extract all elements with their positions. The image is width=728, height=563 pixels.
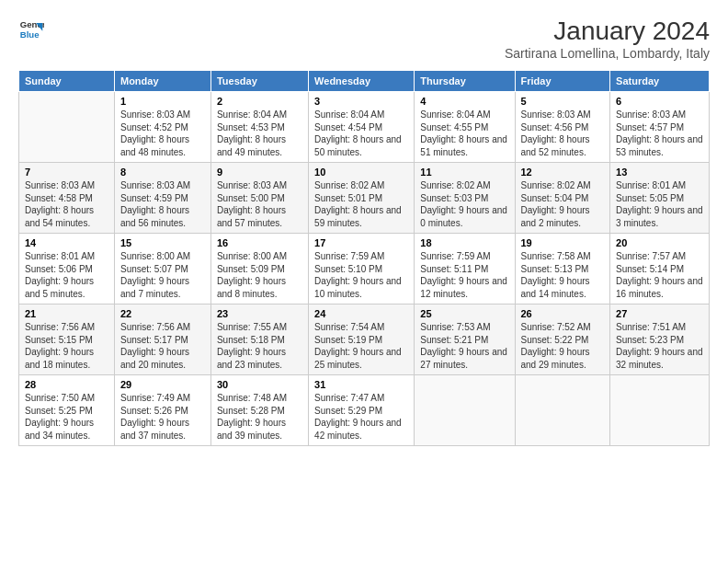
day-cell: 21Sunrise: 7:56 AMSunset: 5:15 PMDayligh…: [19, 304, 115, 375]
week-row-5: 28Sunrise: 7:50 AMSunset: 5:25 PMDayligh…: [19, 375, 710, 446]
day-number: 18: [420, 237, 508, 248]
day-cell: 13Sunrise: 8:01 AMSunset: 5:05 PMDayligh…: [610, 163, 710, 234]
day-info: Sunrise: 7:53 AMSunset: 5:21 PMDaylight:…: [420, 321, 508, 371]
day-info: Sunrise: 7:51 AMSunset: 5:23 PMDaylight:…: [616, 321, 703, 371]
day-info: Sunrise: 7:56 AMSunset: 5:17 PMDaylight:…: [120, 321, 205, 371]
day-number: 4: [420, 96, 508, 107]
day-info: Sunrise: 8:04 AMSunset: 4:55 PMDaylight:…: [420, 109, 508, 158]
weekday-header-wednesday: Wednesday: [309, 71, 415, 92]
day-info: Sunrise: 8:02 AMSunset: 5:04 PMDaylight:…: [521, 179, 605, 229]
subtitle: Sartirana Lomellina, Lombardy, Italy: [505, 46, 710, 61]
day-cell: 31Sunrise: 7:47 AMSunset: 5:29 PMDayligh…: [309, 375, 415, 446]
day-info: Sunrise: 7:54 AMSunset: 5:19 PMDaylight:…: [314, 321, 408, 371]
week-row-1: 1Sunrise: 8:03 AMSunset: 4:52 PMDaylight…: [19, 92, 710, 163]
day-info: Sunrise: 8:00 AMSunset: 5:07 PMDaylight:…: [120, 250, 205, 300]
day-info: Sunrise: 8:01 AMSunset: 5:05 PMDaylight:…: [616, 179, 703, 229]
day-number: 27: [616, 308, 703, 319]
day-info: Sunrise: 7:47 AMSunset: 5:29 PMDaylight:…: [314, 392, 408, 442]
day-cell: 18Sunrise: 7:59 AMSunset: 5:11 PMDayligh…: [415, 234, 515, 304]
day-cell: 16Sunrise: 8:00 AMSunset: 5:09 PMDayligh…: [210, 234, 308, 304]
day-info: Sunrise: 7:50 AMSunset: 5:25 PMDaylight:…: [25, 392, 108, 442]
day-number: 24: [314, 308, 408, 319]
day-info: Sunrise: 7:59 AMSunset: 5:10 PMDaylight:…: [314, 250, 408, 300]
day-number: 10: [314, 167, 408, 178]
day-cell: 25Sunrise: 7:53 AMSunset: 5:21 PMDayligh…: [415, 304, 515, 375]
day-cell: 15Sunrise: 8:00 AMSunset: 5:07 PMDayligh…: [114, 234, 210, 304]
day-info: Sunrise: 7:48 AMSunset: 5:28 PMDaylight:…: [217, 392, 302, 442]
day-number: 6: [616, 96, 703, 107]
week-row-4: 21Sunrise: 7:56 AMSunset: 5:15 PMDayligh…: [19, 304, 710, 375]
day-number: 21: [25, 308, 108, 319]
day-cell: 8Sunrise: 8:03 AMSunset: 4:59 PMDaylight…: [114, 163, 210, 234]
day-cell: 29Sunrise: 7:49 AMSunset: 5:26 PMDayligh…: [114, 375, 210, 446]
weekday-header-monday: Monday: [114, 71, 210, 92]
day-cell: 7Sunrise: 8:03 AMSunset: 4:58 PMDaylight…: [19, 163, 115, 234]
weekday-header-saturday: Saturday: [610, 71, 710, 92]
day-cell: 30Sunrise: 7:48 AMSunset: 5:28 PMDayligh…: [210, 375, 308, 446]
day-info: Sunrise: 8:04 AMSunset: 4:53 PMDaylight:…: [217, 109, 302, 158]
day-info: Sunrise: 7:58 AMSunset: 5:13 PMDaylight:…: [521, 250, 605, 300]
day-cell: 14Sunrise: 8:01 AMSunset: 5:06 PMDayligh…: [19, 234, 115, 304]
weekday-header-row: SundayMondayTuesdayWednesdayThursdayFrid…: [19, 71, 710, 92]
day-info: Sunrise: 8:03 AMSunset: 4:58 PMDaylight:…: [25, 179, 108, 229]
day-cell: 9Sunrise: 8:03 AMSunset: 5:00 PMDaylight…: [210, 163, 308, 234]
day-info: Sunrise: 8:03 AMSunset: 4:57 PMDaylight:…: [616, 109, 703, 158]
day-cell: 5Sunrise: 8:03 AMSunset: 4:56 PMDaylight…: [515, 92, 610, 163]
day-number: 2: [217, 96, 302, 107]
day-info: Sunrise: 7:55 AMSunset: 5:18 PMDaylight:…: [217, 321, 302, 371]
day-info: Sunrise: 7:59 AMSunset: 5:11 PMDaylight:…: [420, 250, 508, 300]
day-cell: 19Sunrise: 7:58 AMSunset: 5:13 PMDayligh…: [515, 234, 610, 304]
calendar-page: General Blue January 2024 Sartirana Lome…: [0, 0, 728, 563]
day-info: Sunrise: 8:03 AMSunset: 5:00 PMDaylight:…: [217, 179, 302, 229]
day-cell: 28Sunrise: 7:50 AMSunset: 5:25 PMDayligh…: [19, 375, 115, 446]
day-cell: 22Sunrise: 7:56 AMSunset: 5:17 PMDayligh…: [114, 304, 210, 375]
day-number: 8: [120, 167, 205, 178]
day-number: 28: [25, 379, 108, 390]
day-cell: [19, 92, 115, 163]
day-cell: [415, 375, 515, 446]
day-info: Sunrise: 8:02 AMSunset: 5:01 PMDaylight:…: [314, 179, 408, 229]
day-cell: 17Sunrise: 7:59 AMSunset: 5:10 PMDayligh…: [309, 234, 415, 304]
week-row-2: 7Sunrise: 8:03 AMSunset: 4:58 PMDaylight…: [19, 163, 710, 234]
day-info: Sunrise: 8:03 AMSunset: 4:56 PMDaylight:…: [521, 109, 605, 158]
day-number: 15: [120, 237, 205, 248]
week-row-3: 14Sunrise: 8:01 AMSunset: 5:06 PMDayligh…: [19, 234, 710, 304]
day-cell: [610, 375, 710, 446]
day-number: 30: [217, 379, 302, 390]
day-cell: 24Sunrise: 7:54 AMSunset: 5:19 PMDayligh…: [309, 304, 415, 375]
day-info: Sunrise: 8:00 AMSunset: 5:09 PMDaylight:…: [217, 250, 302, 300]
day-cell: 27Sunrise: 7:51 AMSunset: 5:23 PMDayligh…: [610, 304, 710, 375]
calendar-table: SundayMondayTuesdayWednesdayThursdayFrid…: [18, 70, 710, 446]
day-cell: 10Sunrise: 8:02 AMSunset: 5:01 PMDayligh…: [309, 163, 415, 234]
weekday-header-friday: Friday: [515, 71, 610, 92]
day-cell: 6Sunrise: 8:03 AMSunset: 4:57 PMDaylight…: [610, 92, 710, 163]
day-info: Sunrise: 7:57 AMSunset: 5:14 PMDaylight:…: [616, 250, 703, 300]
day-info: Sunrise: 8:03 AMSunset: 4:52 PMDaylight:…: [120, 109, 205, 158]
day-number: 3: [314, 96, 408, 107]
day-number: 11: [420, 167, 508, 178]
day-info: Sunrise: 8:03 AMSunset: 4:59 PMDaylight:…: [120, 179, 205, 229]
logo-icon: General Blue: [18, 17, 44, 42]
day-cell: 1Sunrise: 8:03 AMSunset: 4:52 PMDaylight…: [114, 92, 210, 163]
day-number: 22: [120, 308, 205, 319]
day-number: 1: [120, 96, 205, 107]
day-cell: 11Sunrise: 8:02 AMSunset: 5:03 PMDayligh…: [415, 163, 515, 234]
day-number: 19: [521, 237, 605, 248]
day-cell: 4Sunrise: 8:04 AMSunset: 4:55 PMDaylight…: [415, 92, 515, 163]
weekday-header-thursday: Thursday: [415, 71, 515, 92]
day-number: 20: [616, 237, 703, 248]
day-number: 23: [217, 308, 302, 319]
day-number: 14: [25, 237, 108, 248]
day-info: Sunrise: 8:02 AMSunset: 5:03 PMDaylight:…: [420, 179, 508, 229]
day-number: 25: [420, 308, 508, 319]
day-number: 17: [314, 237, 408, 248]
day-info: Sunrise: 8:04 AMSunset: 4:54 PMDaylight:…: [314, 109, 408, 158]
day-cell: 20Sunrise: 7:57 AMSunset: 5:14 PMDayligh…: [610, 234, 710, 304]
day-cell: 3Sunrise: 8:04 AMSunset: 4:54 PMDaylight…: [309, 92, 415, 163]
day-number: 16: [217, 237, 302, 248]
title-block: January 2024 Sartirana Lomellina, Lombar…: [505, 17, 710, 61]
day-number: 13: [616, 167, 703, 178]
day-number: 12: [521, 167, 605, 178]
page-header: General Blue January 2024 Sartirana Lome…: [18, 17, 710, 61]
day-number: 29: [120, 379, 205, 390]
